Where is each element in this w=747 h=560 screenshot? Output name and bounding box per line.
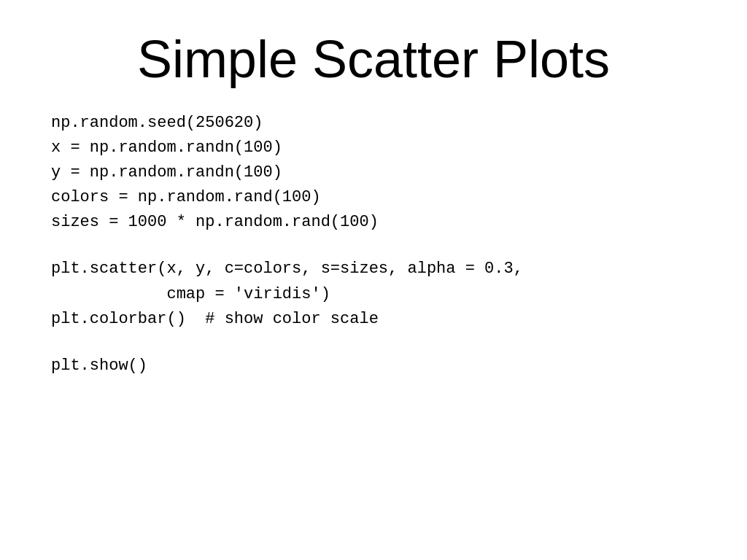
code-section-3: plt.show() bbox=[51, 354, 703, 378]
page-title: Simple Scatter Plots bbox=[44, 29, 703, 89]
code-line-2-2: cmap = 'viridis') bbox=[51, 282, 703, 307]
code-line-2-1: plt.scatter(x, y, c=colors, s=sizes, alp… bbox=[51, 257, 703, 281]
code-section-2: plt.scatter(x, y, c=colors, s=sizes, alp… bbox=[51, 257, 703, 331]
code-line-3-1: plt.show() bbox=[51, 354, 703, 378]
code-line-1-4: colors = np.random.rand(100) bbox=[51, 185, 703, 210]
code-line-1-3: y = np.random.randn(100) bbox=[51, 160, 703, 185]
code-line-1-2: x = np.random.randn(100) bbox=[51, 136, 703, 160]
code-line-2-3: plt.colorbar() # show color scale bbox=[51, 307, 703, 332]
code-section-1: np.random.seed(250620) x = np.random.ran… bbox=[51, 111, 703, 235]
code-line-1-5: sizes = 1000 * np.random.rand(100) bbox=[51, 210, 703, 235]
page-container: Simple Scatter Plots np.random.seed(2506… bbox=[0, 0, 747, 560]
code-line-1-1: np.random.seed(250620) bbox=[51, 111, 703, 136]
code-block: np.random.seed(250620) x = np.random.ran… bbox=[51, 111, 703, 378]
